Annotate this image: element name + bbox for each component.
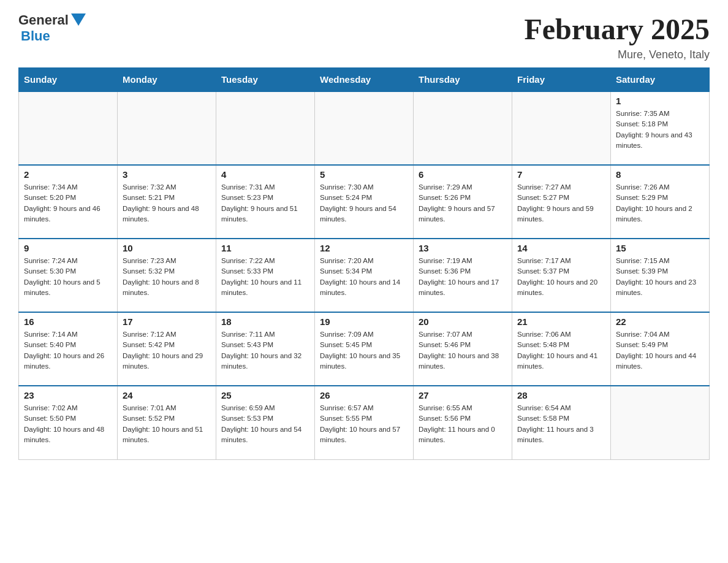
calendar-cell: 14Sunrise: 7:17 AMSunset: 5:37 PMDayligh…: [512, 239, 611, 312]
calendar-cell: [414, 91, 512, 165]
day-info: Sunrise: 7:31 AMSunset: 5:23 PMDaylight:…: [221, 182, 309, 224]
calendar-week-row: 2Sunrise: 7:34 AMSunset: 5:20 PMDaylight…: [19, 165, 710, 239]
calendar-cell: [216, 91, 315, 165]
day-info: Sunrise: 7:14 AMSunset: 5:40 PMDaylight:…: [24, 329, 112, 372]
day-info: Sunrise: 6:57 AMSunset: 5:55 PMDaylight:…: [320, 403, 408, 445]
calendar-cell: [611, 386, 710, 459]
calendar-cell: 12Sunrise: 7:20 AMSunset: 5:34 PMDayligh…: [315, 239, 414, 312]
logo: General Blue: [18, 12, 86, 44]
day-number: 28: [517, 390, 605, 400]
month-title: February 2025: [524, 12, 710, 46]
day-info: Sunrise: 6:55 AMSunset: 5:56 PMDaylight:…: [419, 403, 507, 445]
day-number: 14: [517, 243, 605, 253]
day-number: 15: [616, 243, 704, 253]
day-number: 21: [517, 316, 605, 327]
day-number: 5: [320, 169, 408, 180]
calendar-cell: 16Sunrise: 7:14 AMSunset: 5:40 PMDayligh…: [19, 312, 118, 386]
day-info: Sunrise: 7:26 AMSunset: 5:29 PMDaylight:…: [616, 182, 704, 224]
day-info: Sunrise: 7:23 AMSunset: 5:32 PMDaylight:…: [123, 256, 211, 298]
calendar-cell: [512, 91, 611, 165]
day-number: 7: [517, 169, 605, 180]
day-number: 17: [123, 316, 211, 327]
calendar-cell: 24Sunrise: 7:01 AMSunset: 5:52 PMDayligh…: [118, 386, 216, 459]
day-number: 2: [24, 169, 112, 180]
logo-blue-text: Blue: [21, 28, 50, 44]
day-number: 19: [320, 316, 408, 327]
day-number: 23: [24, 390, 112, 400]
day-info: Sunrise: 6:54 AMSunset: 5:58 PMDaylight:…: [517, 403, 605, 445]
day-info: Sunrise: 6:59 AMSunset: 5:53 PMDaylight:…: [221, 403, 309, 445]
calendar-cell: 19Sunrise: 7:09 AMSunset: 5:45 PMDayligh…: [315, 312, 414, 386]
day-number: 22: [616, 316, 704, 327]
day-number: 11: [221, 243, 309, 253]
day-info: Sunrise: 7:35 AMSunset: 5:18 PMDaylight:…: [616, 109, 704, 151]
day-number: 26: [320, 390, 408, 400]
day-number: 6: [419, 169, 507, 180]
day-info: Sunrise: 7:11 AMSunset: 5:43 PMDaylight:…: [221, 329, 309, 372]
day-number: 18: [221, 316, 309, 327]
calendar-cell: 17Sunrise: 7:12 AMSunset: 5:42 PMDayligh…: [118, 312, 216, 386]
calendar-week-row: 23Sunrise: 7:02 AMSunset: 5:50 PMDayligh…: [19, 386, 710, 459]
calendar-cell: 21Sunrise: 7:06 AMSunset: 5:48 PMDayligh…: [512, 312, 611, 386]
calendar-cell: 7Sunrise: 7:27 AMSunset: 5:27 PMDaylight…: [512, 165, 611, 239]
day-of-week-header: Monday: [118, 68, 216, 92]
calendar-cell: [19, 91, 118, 165]
day-number: 13: [419, 243, 507, 253]
day-of-week-header: Tuesday: [216, 68, 315, 92]
day-info: Sunrise: 7:27 AMSunset: 5:27 PMDaylight:…: [517, 182, 605, 224]
calendar-cell: [118, 91, 216, 165]
calendar-week-row: 9Sunrise: 7:24 AMSunset: 5:30 PMDaylight…: [19, 239, 710, 312]
calendar-cell: 6Sunrise: 7:29 AMSunset: 5:26 PMDaylight…: [414, 165, 512, 239]
day-info: Sunrise: 7:09 AMSunset: 5:45 PMDaylight:…: [320, 329, 408, 372]
calendar-cell: 26Sunrise: 6:57 AMSunset: 5:55 PMDayligh…: [315, 386, 414, 459]
day-of-week-header: Friday: [512, 68, 611, 92]
calendar-cell: 20Sunrise: 7:07 AMSunset: 5:46 PMDayligh…: [414, 312, 512, 386]
calendar-week-row: 1Sunrise: 7:35 AMSunset: 5:18 PMDaylight…: [19, 91, 710, 165]
calendar-cell: 23Sunrise: 7:02 AMSunset: 5:50 PMDayligh…: [19, 386, 118, 459]
day-info: Sunrise: 7:04 AMSunset: 5:49 PMDaylight:…: [616, 329, 704, 372]
calendar-header-row: SundayMondayTuesdayWednesdayThursdayFrid…: [19, 68, 710, 92]
day-number: 27: [419, 390, 507, 400]
calendar-cell: [315, 91, 414, 165]
calendar-cell: 25Sunrise: 6:59 AMSunset: 5:53 PMDayligh…: [216, 386, 315, 459]
day-info: Sunrise: 7:12 AMSunset: 5:42 PMDaylight:…: [123, 329, 211, 372]
calendar-cell: 4Sunrise: 7:31 AMSunset: 5:23 PMDaylight…: [216, 165, 315, 239]
svg-marker-0: [71, 13, 86, 26]
day-info: Sunrise: 7:32 AMSunset: 5:21 PMDaylight:…: [123, 182, 211, 224]
calendar-cell: 22Sunrise: 7:04 AMSunset: 5:49 PMDayligh…: [611, 312, 710, 386]
day-info: Sunrise: 7:02 AMSunset: 5:50 PMDaylight:…: [24, 403, 112, 445]
day-number: 24: [123, 390, 211, 400]
logo-triangle-icon: [71, 13, 86, 26]
day-info: Sunrise: 7:24 AMSunset: 5:30 PMDaylight:…: [24, 256, 112, 298]
logo-general-text: General: [18, 12, 69, 28]
calendar-cell: 27Sunrise: 6:55 AMSunset: 5:56 PMDayligh…: [414, 386, 512, 459]
day-info: Sunrise: 7:19 AMSunset: 5:36 PMDaylight:…: [419, 256, 507, 298]
calendar-cell: 2Sunrise: 7:34 AMSunset: 5:20 PMDaylight…: [19, 165, 118, 239]
day-number: 8: [616, 169, 704, 180]
day-number: 9: [24, 243, 112, 253]
day-number: 20: [419, 316, 507, 327]
day-number: 1: [616, 96, 704, 106]
calendar-cell: 1Sunrise: 7:35 AMSunset: 5:18 PMDaylight…: [611, 91, 710, 165]
calendar-cell: 11Sunrise: 7:22 AMSunset: 5:33 PMDayligh…: [216, 239, 315, 312]
day-number: 25: [221, 390, 309, 400]
day-number: 4: [221, 169, 309, 180]
calendar-cell: 8Sunrise: 7:26 AMSunset: 5:29 PMDaylight…: [611, 165, 710, 239]
calendar-cell: 10Sunrise: 7:23 AMSunset: 5:32 PMDayligh…: [118, 239, 216, 312]
day-info: Sunrise: 7:34 AMSunset: 5:20 PMDaylight:…: [24, 182, 112, 224]
day-info: Sunrise: 7:17 AMSunset: 5:37 PMDaylight:…: [517, 256, 605, 298]
day-number: 3: [123, 169, 211, 180]
day-number: 16: [24, 316, 112, 327]
page-header: General Blue February 2025 Mure, Veneto,…: [18, 12, 710, 61]
calendar-cell: 15Sunrise: 7:15 AMSunset: 5:39 PMDayligh…: [611, 239, 710, 312]
day-number: 12: [320, 243, 408, 253]
day-info: Sunrise: 7:22 AMSunset: 5:33 PMDaylight:…: [221, 256, 309, 298]
day-info: Sunrise: 7:20 AMSunset: 5:34 PMDaylight:…: [320, 256, 408, 298]
location-text: Mure, Veneto, Italy: [524, 48, 710, 61]
calendar-table: SundayMondayTuesdayWednesdayThursdayFrid…: [18, 67, 710, 460]
day-info: Sunrise: 7:30 AMSunset: 5:24 PMDaylight:…: [320, 182, 408, 224]
day-info: Sunrise: 7:07 AMSunset: 5:46 PMDaylight:…: [419, 329, 507, 372]
day-info: Sunrise: 7:29 AMSunset: 5:26 PMDaylight:…: [419, 182, 507, 224]
day-info: Sunrise: 7:06 AMSunset: 5:48 PMDaylight:…: [517, 329, 605, 372]
day-of-week-header: Wednesday: [315, 68, 414, 92]
